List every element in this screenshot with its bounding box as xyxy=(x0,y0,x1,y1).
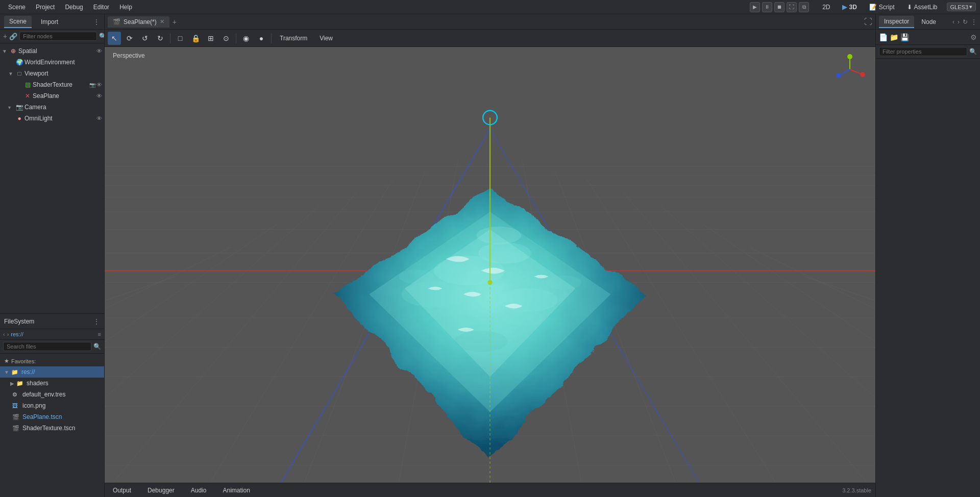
select-tool[interactable]: ↖ xyxy=(108,32,121,45)
search-files-icon[interactable]: 🔍 xyxy=(93,343,101,350)
forward-icon[interactable]: › xyxy=(7,331,9,337)
2d-mode-button[interactable]: 2D xyxy=(819,3,833,12)
play-button[interactable]: ▶ xyxy=(750,2,760,12)
tab-inspector[interactable]: Inspector xyxy=(879,16,914,28)
fullscreen-button[interactable]: ⛶ xyxy=(864,17,872,27)
world-icon: 🌍 xyxy=(15,58,23,66)
back-icon[interactable]: ‹ xyxy=(3,331,5,337)
visibility-icon-shader[interactable]: 👁 xyxy=(96,82,102,88)
object-history-icon[interactable]: ↻ xyxy=(963,18,968,26)
visibility-icon-spatial[interactable]: 👁 xyxy=(96,48,102,54)
fs-item-shaders[interactable]: ▶ 📁 shaders xyxy=(0,378,104,389)
tab-import[interactable]: Import xyxy=(36,16,63,28)
tree-item-omnilight[interactable]: ● OmniLight 👁 xyxy=(0,113,104,124)
camera-icon-shader: 📷 xyxy=(89,82,95,88)
viewport-tab-label: SeaPlane(*) xyxy=(124,18,157,26)
transform-menu[interactable]: Transform xyxy=(275,32,312,45)
fs-options-icon[interactable]: ⋮ xyxy=(93,317,100,326)
tree-item-camera[interactable]: ▾ 📷 Camera xyxy=(0,102,104,113)
env-tool[interactable]: ● xyxy=(255,32,268,45)
fs-item-shadertexture-tscn[interactable]: 🎬 ShaderTexture.tscn xyxy=(0,423,104,434)
local-transform-tool[interactable]: □ xyxy=(174,32,187,45)
pause-button[interactable]: ⏸ xyxy=(762,2,772,12)
tree-item-viewport[interactable]: ▼ □ Viewport xyxy=(0,68,104,79)
expand-icon: ▶ xyxy=(10,381,14,386)
tree-item-world[interactable]: 🌍 WorldEnvironment xyxy=(0,57,104,68)
renderer-chevron: ▾ xyxy=(969,4,972,10)
renderer-badge[interactable]: GLES3 ▾ xyxy=(947,3,976,11)
inspector-options-icon[interactable]: ⋮ xyxy=(971,18,977,26)
forward-history-icon[interactable]: › xyxy=(958,18,960,26)
menu-debug[interactable]: Debug xyxy=(61,3,87,12)
tab-scene[interactable]: Scene xyxy=(4,16,32,28)
folder-icon: 📁 xyxy=(16,380,24,387)
tab-node[interactable]: Node xyxy=(916,16,941,28)
fs-item-default-env[interactable]: ⚙ default_env.tres xyxy=(0,389,104,400)
tree-item-spatial[interactable]: ▼ ⊕ Spatial 👁 xyxy=(0,45,104,57)
tab-animation[interactable]: Animation xyxy=(218,486,254,495)
script-icon: 📝 xyxy=(869,4,877,11)
tree-item-shadertexture[interactable]: ▧ ShaderTexture 📷 👁 xyxy=(0,79,104,90)
movie-button[interactable]: ⛶ xyxy=(787,2,797,12)
view-menu[interactable]: View xyxy=(314,32,338,45)
open-folder-icon[interactable]: 📁 xyxy=(890,33,898,41)
assetlib-button[interactable]: ⬇ AssetLib xyxy=(904,3,941,12)
filter-properties-input[interactable] xyxy=(879,47,967,56)
group-tool[interactable]: ⊞ xyxy=(204,32,217,45)
close-tab-button[interactable]: ✕ xyxy=(160,18,164,25)
add-tab-button[interactable]: + xyxy=(170,16,179,28)
svg-point-42 xyxy=(434,314,481,333)
search-icon[interactable]: 🔍 xyxy=(99,33,104,40)
remote-button[interactable]: ⧉ xyxy=(799,2,809,12)
renderer-label: GLES3 xyxy=(950,4,968,10)
viewport-tab[interactable]: 🎬 SeaPlane(*) ✕ xyxy=(108,16,169,28)
script-button[interactable]: 📝 Script xyxy=(866,3,898,12)
add-node-icon[interactable]: + xyxy=(3,32,7,40)
visibility-tool[interactable]: ◉ xyxy=(239,32,253,45)
fs-item-seaplane-tscn[interactable]: 🎬 SeaPlane.tscn xyxy=(0,411,104,423)
viewport-3d-scene xyxy=(105,47,875,483)
settings-icon[interactable]: ⚙ xyxy=(970,33,977,41)
spatial-label: Spatial xyxy=(18,47,95,55)
viewport-canvas[interactable]: Perspective Y xyxy=(105,47,875,483)
bone-tool[interactable]: ⊙ xyxy=(219,32,233,45)
scale-tool[interactable]: ↻ xyxy=(154,32,167,45)
svg-point-40 xyxy=(402,281,467,307)
search-properties-icon[interactable]: 🔍 xyxy=(969,48,977,55)
move-tool[interactable]: ⟳ xyxy=(123,32,136,45)
save-icon[interactable]: 💾 xyxy=(900,33,909,41)
2d-label: 2D xyxy=(822,4,830,11)
viewport-icon: □ xyxy=(15,69,23,78)
visibility-icon-omni[interactable]: 👁 xyxy=(96,115,102,121)
main-area: Scene Import ⋮ + 🔗 🔍 ▼ ⊕ Spatial 👁 xyxy=(0,14,980,497)
center-area: 🎬 SeaPlane(*) ✕ + ⛶ ↖ ⟳ ↺ ↻ □ 🔒 ⊞ ⊙ ◉ ● … xyxy=(105,14,875,497)
scene-options-icon[interactable]: ⋮ xyxy=(93,18,100,26)
menu-editor[interactable]: Editor xyxy=(89,3,113,12)
filter-nodes-input[interactable] xyxy=(19,32,97,41)
stop-button[interactable]: ⏹ xyxy=(774,2,785,12)
fs-item-res[interactable]: ▼ 📁 res:// xyxy=(0,366,104,378)
expand-icon: ▼ xyxy=(2,48,8,54)
menu-help[interactable]: Help xyxy=(115,3,136,12)
3d-label: 3D xyxy=(849,4,856,11)
visibility-icon-seaplane[interactable]: 👁 xyxy=(96,93,102,99)
lock-tool[interactable]: 🔒 xyxy=(189,32,202,45)
fs-item-icon[interactable]: 🖼 icon.png xyxy=(0,400,104,411)
3d-mode-button[interactable]: ▶ 3D xyxy=(839,3,860,12)
rotate-tool[interactable]: ↺ xyxy=(138,32,152,45)
tree-item-seaplane[interactable]: ✕ SeaPlane 👁 xyxy=(0,90,104,102)
menu-project[interactable]: Project xyxy=(32,3,59,12)
scene-icon: 🎬 xyxy=(12,414,20,420)
back-history-icon[interactable]: ‹ xyxy=(952,18,954,26)
scene-icon: 🎬 xyxy=(12,425,20,432)
new-script-icon[interactable]: 📄 xyxy=(879,33,888,41)
tab-output[interactable]: Output xyxy=(109,486,135,495)
link-icon[interactable]: 🔗 xyxy=(9,33,17,40)
search-files-input[interactable] xyxy=(3,342,91,351)
tab-debugger[interactable]: Debugger xyxy=(143,486,179,495)
expand-icon: ▾ xyxy=(8,105,14,110)
scene-file-icon: 🎬 xyxy=(113,18,120,26)
tab-audio[interactable]: Audio xyxy=(187,486,211,495)
menu-scene[interactable]: Scene xyxy=(4,3,30,12)
layout-icon[interactable]: ≡ xyxy=(98,331,101,337)
